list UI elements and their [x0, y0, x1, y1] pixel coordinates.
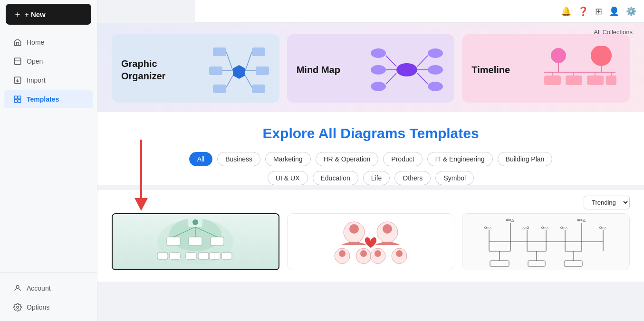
filter-life[interactable]: Life [363, 171, 390, 185]
filter-symbol[interactable]: Symbol [435, 171, 474, 185]
svg-point-7 [17, 306, 19, 309]
svg-point-23 [371, 65, 386, 75]
graphic-organizer-diagram [208, 44, 270, 96]
svg-rect-53 [167, 237, 180, 245]
filter-hr-operation[interactable]: HR & Operation [316, 152, 379, 166]
svg-text:O=△: O=△ [541, 226, 549, 229]
svg-text:⊕=△: ⊕=△ [506, 218, 515, 222]
svg-rect-9 [213, 47, 226, 56]
new-label: + New [25, 10, 46, 19]
hero-card-graphic-organizer[interactable]: Graphic Organizer [112, 34, 279, 103]
explore-section: Explore All Diagrams Templates All Busin… [97, 112, 644, 185]
all-collections-label[interactable]: All Collections [594, 28, 633, 36]
svg-line-15 [226, 52, 233, 71]
svg-rect-42 [606, 76, 616, 85]
sidebar-navigation: Home Open Import Templates [0, 28, 97, 272]
svg-point-35 [591, 46, 612, 66]
trending-select[interactable]: Trending Newest Popular [584, 196, 630, 209]
settings-icon[interactable]: ⚙️ [626, 6, 636, 17]
svg-rect-13 [213, 85, 226, 93]
svg-rect-63 [210, 253, 220, 259]
grid-icon[interactable]: ⊞ [595, 6, 602, 17]
svg-line-28 [386, 56, 396, 66]
family-tree-preview [113, 214, 279, 269]
svg-text:O=△: O=△ [560, 226, 568, 229]
timeline-title: Timeline [471, 64, 510, 76]
template-card-org-chart[interactable] [287, 213, 455, 270]
sidebar-item-account[interactable]: Account [4, 279, 93, 297]
svg-rect-54 [189, 237, 202, 245]
svg-rect-10 [252, 47, 265, 56]
sidebar-account-label: Account [27, 284, 51, 292]
user-icon[interactable]: 👤 [609, 6, 619, 17]
help-icon[interactable]: ❓ [578, 6, 588, 17]
sidebar-item-import[interactable]: Import [4, 71, 93, 89]
main-content: 🔔 ❓ ⊞ 👤 ⚙️ All Collections Graphic Organ… [97, 0, 644, 321]
svg-line-19 [226, 76, 233, 87]
sidebar: ＋ + New Home Open Import Templates Accou… [0, 0, 97, 321]
svg-rect-40 [566, 76, 582, 85]
svg-text:⊕=△: ⊕=△ [577, 218, 586, 222]
svg-text:O=△: O=△ [599, 226, 607, 229]
svg-rect-41 [587, 76, 604, 85]
timeline-diagram [539, 46, 620, 94]
org-chart-preview [288, 214, 454, 270]
explore-title-accent: All Diagrams Templates [318, 125, 479, 141]
filter-all[interactable]: All [189, 152, 213, 166]
filter-business[interactable]: Business [217, 152, 260, 166]
sidebar-options-label: Options [27, 303, 49, 311]
new-button[interactable]: ＋ + New [6, 4, 91, 25]
filter-education[interactable]: Education [313, 171, 358, 185]
filter-others[interactable]: Others [394, 171, 431, 185]
family-tree-diagram [148, 216, 243, 268]
sidebar-footer: Account Options [0, 272, 97, 321]
explore-title: Explore All Diagrams Templates [112, 125, 630, 142]
sidebar-home-label: Home [27, 38, 44, 46]
filter-product[interactable]: Product [383, 152, 422, 166]
svg-point-76 [396, 250, 403, 257]
svg-point-26 [428, 65, 443, 75]
cards-section: ⊕=△ ⊕=△ [97, 213, 644, 282]
sidebar-item-open[interactable]: Open [4, 52, 93, 70]
hero-card-mind-map[interactable]: Mind Map [287, 34, 455, 103]
file-icon [13, 57, 22, 66]
sidebar-templates-label: Templates [27, 95, 59, 103]
svg-point-68 [383, 224, 392, 234]
svg-rect-107 [490, 261, 509, 266]
sidebar-item-home[interactable]: Home [4, 33, 93, 51]
main-inner: All Collections Graphic Organizer [97, 0, 644, 282]
template-card-family-tree[interactable] [112, 213, 279, 270]
svg-point-52 [192, 219, 198, 225]
tree-diagram-svg: ⊕=△ ⊕=△ [475, 216, 617, 268]
arrow-annotation [127, 137, 155, 215]
filter-ui-ux[interactable]: UI & UX [268, 171, 308, 185]
bell-icon[interactable]: 🔔 [561, 6, 571, 17]
svg-point-25 [428, 48, 443, 58]
mind-map-title: Mind Map [297, 64, 340, 76]
svg-rect-60 [170, 253, 180, 259]
filter-marketing[interactable]: Marketing [265, 152, 310, 166]
svg-line-31 [417, 56, 428, 66]
svg-rect-61 [186, 253, 196, 259]
svg-line-20 [245, 76, 252, 87]
home-icon [13, 38, 22, 47]
svg-point-21 [396, 63, 417, 76]
svg-rect-108 [528, 261, 545, 266]
sidebar-item-options[interactable]: Options [4, 298, 93, 316]
svg-rect-5 [18, 100, 21, 103]
filter-building-plan[interactable]: Building Plan [498, 152, 553, 166]
svg-rect-12 [256, 66, 269, 75]
options-icon [13, 303, 22, 312]
filter-it-engineering[interactable]: IT & Engineering [427, 152, 493, 166]
hero-card-timeline[interactable]: Timeline [462, 34, 630, 103]
svg-rect-59 [157, 253, 168, 259]
filter-row-1: All Business Marketing HR & Operation Pr… [112, 152, 630, 166]
plus-icon: ＋ [13, 9, 22, 20]
sidebar-item-templates[interactable]: Templates [4, 90, 93, 108]
svg-rect-109 [564, 261, 582, 266]
explore-title-plain: Explore [262, 125, 315, 141]
svg-point-6 [16, 285, 19, 288]
svg-rect-3 [18, 96, 21, 99]
template-card-tree-diagram[interactable]: ⊕=△ ⊕=△ [462, 213, 630, 270]
svg-line-33 [417, 73, 428, 84]
